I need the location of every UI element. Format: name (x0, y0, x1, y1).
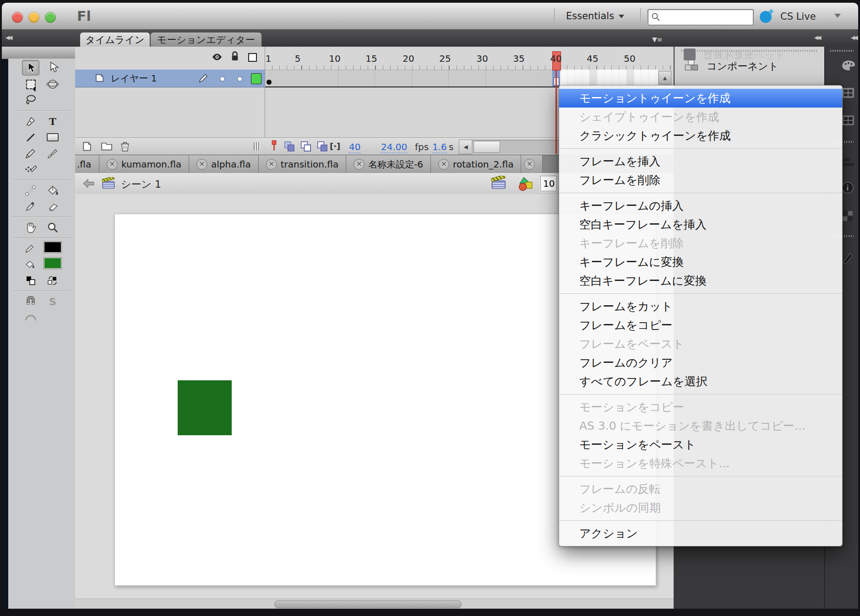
back-arrow-icon[interactable] (82, 178, 95, 190)
bone-tool-icon[interactable] (22, 183, 39, 198)
zoom-window-button[interactable] (45, 12, 56, 23)
motion-presets-panel-icon[interactable] (841, 114, 855, 128)
swatches-palette-icon[interactable] (841, 59, 856, 73)
current-frame-value[interactable]: 40 (349, 141, 360, 153)
panel-resize-handle[interactable] (254, 142, 260, 151)
stage-hscrollbar-track[interactable] (75, 599, 674, 609)
eyedropper-tool-icon[interactable] (22, 199, 39, 214)
fill-color-swatch[interactable] (44, 257, 62, 269)
smooth-icon[interactable]: S (44, 294, 61, 309)
lock-layers-icon[interactable] (231, 51, 239, 64)
collapse-left-dock-icon[interactable]: ◀◀ (5, 34, 11, 41)
rectangle-tool-icon[interactable] (44, 130, 61, 145)
timeline-ruler[interactable]: 15101520253035404550 (265, 47, 674, 70)
show-hide-layers-icon[interactable] (212, 53, 223, 63)
context-menu-item[interactable]: キーフレームの挿入 (559, 196, 842, 215)
timeline-scroll-left-button[interactable]: ◀ (459, 140, 473, 154)
new-folder-button[interactable] (101, 141, 113, 153)
empty-frames-area[interactable] (560, 70, 658, 87)
tab-motion-editor[interactable]: モーションエディター (150, 32, 262, 47)
align-panel-icon[interactable] (841, 157, 855, 169)
context-menu-item[interactable]: すべてのフレームを選択 (559, 372, 842, 391)
line-tool-icon[interactable] (22, 130, 39, 145)
selection-tool-icon[interactable] (22, 60, 39, 76)
text-tool-icon[interactable]: T (44, 114, 61, 129)
deco-tool-icon[interactable] (22, 162, 39, 177)
onion-skin-outlines-button[interactable] (300, 141, 312, 154)
document-tab[interactable]: kumamon.fla (99, 155, 189, 173)
paint-bucket-tool-icon[interactable] (44, 183, 61, 198)
context-menu-item[interactable]: フレームの反転 (559, 480, 842, 498)
pen-tool-icon[interactable] (22, 114, 39, 129)
layer-visibility-dot[interactable] (220, 76, 225, 81)
zoom-value-input[interactable] (541, 176, 557, 189)
transform-panel-icon[interactable] (841, 210, 854, 224)
search-input[interactable] (662, 11, 751, 23)
edit-scene-button[interactable] (491, 176, 507, 192)
snap-magnet-icon[interactable] (22, 294, 39, 309)
playhead-line[interactable] (555, 70, 557, 154)
library-panel-icon[interactable] (841, 87, 855, 101)
keyframe-dot[interactable] (267, 80, 272, 85)
info-panel-icon[interactable] (841, 181, 854, 196)
modify-onion-markers-button[interactable]: [·] (330, 141, 340, 151)
3d-rotation-tool-icon[interactable] (44, 77, 61, 92)
lasso-tool-icon[interactable] (22, 93, 39, 108)
eraser-tool-icon[interactable] (44, 199, 61, 214)
timeline-scrollbar-thumb[interactable] (474, 141, 500, 153)
delete-layer-trash-button[interactable] (120, 141, 130, 154)
default-colors-icon[interactable] (22, 273, 39, 288)
document-tab[interactable]: rotation_2.fla (431, 155, 521, 173)
stroke-color-swatch[interactable] (44, 241, 62, 253)
onion-skin-button[interactable] (284, 141, 295, 154)
center-frame-button[interactable] (271, 140, 277, 153)
panel-menu-icon[interactable]: ▼≡ (652, 36, 663, 43)
panel-gripper[interactable] (830, 50, 854, 52)
context-menu-item[interactable]: モーションをコピー (559, 398, 842, 416)
document-tab[interactable]: 名称未設定-6 (346, 155, 431, 173)
close-document-icon[interactable] (196, 159, 207, 170)
layer-row[interactable]: レイヤー 1 (75, 70, 265, 87)
code-snippets-panel-icon[interactable] (841, 252, 854, 266)
timeline-scroll-up-button[interactable]: ▲ (659, 71, 671, 85)
close-document-icon[interactable] (524, 159, 535, 170)
stage-zoom-input[interactable] (540, 176, 557, 191)
close-document-icon[interactable] (107, 159, 118, 170)
layer-outline-color-swatch[interactable] (251, 73, 261, 84)
context-menu-item[interactable]: シンボルの同期 (559, 498, 842, 517)
layer-name[interactable]: レイヤー 1 (111, 72, 157, 85)
context-menu-item[interactable]: フレームを削除 (559, 171, 842, 189)
context-menu-item[interactable]: フレームをコピー (559, 316, 842, 335)
brush-tool-icon[interactable] (44, 146, 61, 161)
zoom-tool-icon[interactable] (44, 220, 61, 235)
context-menu-item[interactable]: フレームのクリア (559, 353, 842, 372)
cs-live-button[interactable]: CS Live (780, 11, 816, 22)
document-tab[interactable]: alpha.fla (189, 155, 259, 173)
context-menu-item[interactable]: 空白キーフレームを挿入 (559, 215, 842, 234)
edit-multiple-frames-button[interactable] (317, 141, 328, 154)
collapse-right-dock-icon[interactable]: ◀◀ (851, 34, 856, 41)
tab-timeline[interactable]: タイムライン (80, 32, 150, 47)
context-menu-item[interactable]: 空白キーフレームに変換 (559, 271, 842, 290)
scene-name[interactable]: シーン 1 (121, 178, 161, 191)
close-document-icon[interactable] (266, 159, 277, 170)
edit-symbols-button[interactable] (517, 177, 534, 193)
context-menu-item[interactable]: キーフレームを削除 (559, 234, 842, 253)
window-titlebar[interactable]: Fl Essentials CS Live (2, 3, 858, 30)
context-menu-item[interactable]: モーションをペースト (559, 435, 842, 454)
new-layer-button[interactable] (82, 141, 93, 154)
close-document-icon[interactable] (354, 159, 365, 170)
context-menu-item[interactable]: キーフレームに変換 (559, 253, 842, 271)
layer-lock-dot[interactable] (237, 76, 242, 81)
document-tab[interactable] (521, 155, 543, 173)
stage-hscrollbar-thumb[interactable] (274, 600, 462, 608)
close-window-button[interactable] (12, 12, 23, 23)
minimize-window-button[interactable] (28, 12, 39, 23)
workspace-switcher[interactable]: Essentials (566, 11, 624, 22)
search-box[interactable] (648, 9, 754, 26)
caret-down-icon[interactable] (834, 14, 841, 18)
context-menu-item[interactable]: アクション (559, 524, 842, 543)
subselection-tool-icon[interactable] (45, 60, 61, 75)
tools-panel-header[interactable] (2, 47, 75, 59)
context-menu-item[interactable]: フレームを挿入 (559, 152, 842, 171)
